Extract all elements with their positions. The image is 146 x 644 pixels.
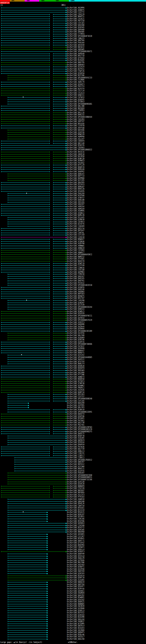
hit-bar[interactable]	[8, 303, 49, 303]
hit-bar[interactable]	[53, 416, 66, 416]
hit-bar[interactable]	[53, 106, 66, 106]
hit-label[interactable]: UniRef100_Q6FT14	[67, 175, 84, 177]
hit-label[interactable]: UniRef100_B7FLZ9	[67, 164, 84, 166]
hit-bar[interactable]	[1, 206, 49, 207]
hit-bar[interactable]	[53, 244, 66, 244]
hit-label[interactable]: UniRef100_Q3T0V6	[67, 560, 84, 562]
hit-label[interactable]: UniRef100_Q91363	[67, 394, 84, 396]
hit-bar[interactable]	[1, 342, 49, 342]
hit-label[interactable]: UniRef100_P79183	[67, 496, 84, 498]
hit-label[interactable]: UniRef100_B8NQP9	[67, 485, 84, 487]
hit-bar[interactable]	[1, 370, 49, 370]
hit-label[interactable]: UniRef100_A48DY5	[67, 9, 84, 11]
hit-label[interactable]: UniRef100_A9BLC3	[67, 450, 84, 452]
hit-bar[interactable]	[8, 357, 49, 358]
hit-bar[interactable]	[53, 220, 66, 220]
hit-label[interactable]: UniRef100_B5DF70	[67, 435, 84, 437]
hit-bar[interactable]	[53, 202, 66, 202]
hit-label[interactable]: UniRef100_B0JYN6	[67, 562, 84, 564]
hit-bar[interactable]	[53, 86, 66, 86]
hit-bar[interactable]	[1, 368, 49, 368]
hit-label[interactable]: UniRef100_C3V3U0	[67, 524, 84, 526]
hit-bar[interactable]	[53, 198, 66, 198]
hit-label[interactable]: UniRef100_P771M6	[67, 374, 84, 376]
hit-bar[interactable]	[53, 294, 66, 294]
hit-bar[interactable]	[53, 16, 66, 17]
hit-bar[interactable]	[53, 182, 66, 183]
hit-label[interactable]: UniRef100_A9JSM4	[67, 372, 84, 374]
hit-bar[interactable]	[53, 136, 66, 137]
hit-bar[interactable]	[8, 136, 49, 137]
hit-bar[interactable]	[53, 355, 66, 355]
hit-bar[interactable]	[53, 451, 66, 452]
hit-label[interactable]: UniRef100_Q33FX5	[67, 470, 84, 472]
hit-bar[interactable]	[1, 314, 49, 314]
hit-label[interactable]: UniRef100_B9W6V7	[67, 238, 84, 240]
hit-label[interactable]: UniRef100_UPI00005EC9A8	[67, 474, 92, 476]
hit-bar[interactable]	[53, 418, 66, 418]
hit-bar[interactable]	[8, 482, 66, 482]
hit-label[interactable]: UniRef100_Q99PS9	[67, 444, 84, 446]
hit-bar[interactable]	[8, 613, 47, 613]
hit-bar[interactable]	[53, 316, 66, 316]
hit-label[interactable]: UniRef100_Q56DV5	[67, 99, 84, 101]
hit-bar[interactable]	[8, 523, 66, 524]
hit-label[interactable]: UniRef100_B3DLH6	[67, 634, 84, 636]
hit-label[interactable]: UniRef100_Q6CWJ2	[67, 46, 84, 48]
hit-bar[interactable]	[53, 268, 66, 268]
hit-bar[interactable]	[53, 165, 66, 165]
hit-bar[interactable]	[1, 272, 49, 272]
hit-label[interactable]: UniRef100_Q9XEJ6	[67, 502, 84, 505]
hit-label[interactable]: UniRef100_P49397	[67, 472, 84, 474]
hit-bar[interactable]	[53, 178, 66, 178]
hit-bar[interactable]	[53, 100, 66, 100]
hit-bar[interactable]	[8, 604, 47, 604]
hit-bar[interactable]	[53, 377, 66, 377]
hit-label[interactable]: UniRef100_Q6UIM3	[67, 182, 84, 184]
hit-label[interactable]: UniRef100_B4E0F8	[67, 367, 84, 369]
hit-label[interactable]: UniRef100_B98PJ9	[67, 166, 84, 168]
hit-label[interactable]: UniRef100_UPI0000D9E6B1	[67, 103, 92, 105]
hit-bar[interactable]	[1, 386, 49, 386]
hit-label[interactable]: UniRef100_Q4V8E1	[67, 590, 84, 592]
hit-bar[interactable]	[53, 420, 66, 421]
hit-label[interactable]: UniRef100_C1C2K7	[67, 536, 84, 538]
hit-bar[interactable]	[1, 65, 49, 65]
hit-bar[interactable]	[53, 329, 66, 329]
hit-bar[interactable]	[53, 296, 66, 296]
hit-label[interactable]: UniRef100_O22453	[67, 184, 84, 186]
hit-label[interactable]: UniRef100_B5R197	[67, 514, 84, 516]
hit-label[interactable]: UniRef100_P49204	[67, 42, 84, 44]
hit-bar[interactable]	[1, 292, 49, 292]
hit-label[interactable]: UniRef100_B1XYY4	[67, 88, 84, 90]
hit-label[interactable]: UniRef100_Q2USS9	[67, 312, 84, 314]
hit-label[interactable]: UniRef100_B5FX52	[67, 612, 84, 614]
hit-bar[interactable]	[1, 91, 49, 91]
hit-bar[interactable]	[53, 130, 66, 130]
hit-label[interactable]: UniRef100_A9TFQ8	[67, 127, 84, 129]
hit-bar[interactable]	[8, 569, 47, 569]
hit-bar[interactable]	[1, 110, 49, 110]
hit-label[interactable]: UniRef100_UPI0000ECD2A4	[67, 306, 92, 308]
hit-bar[interactable]	[1, 264, 49, 264]
hit-bar[interactable]	[53, 270, 66, 270]
hit-bar[interactable]	[53, 490, 66, 491]
hit-label[interactable]: UniRef100_Q4QJU5	[67, 278, 84, 280]
hit-bar[interactable]	[53, 390, 66, 390]
hit-label[interactable]: UniRef100_P47961	[67, 420, 84, 422]
hit-bar[interactable]	[8, 285, 49, 285]
hit-bar[interactable]	[53, 187, 66, 187]
hit-bar[interactable]	[1, 191, 49, 192]
hit-bar[interactable]	[8, 394, 49, 394]
hit-bar[interactable]	[53, 222, 66, 222]
hit-label[interactable]: UniRef100_Q6A2H9	[67, 402, 84, 404]
hit-bar[interactable]	[1, 209, 49, 209]
hit-bar[interactable]	[8, 567, 47, 567]
hit-label[interactable]: UniRef100_A4IGL7	[67, 636, 84, 638]
hit-bar[interactable]	[8, 574, 47, 574]
hit-bar[interactable]	[53, 174, 66, 174]
hit-bar[interactable]	[1, 36, 49, 36]
hit-label[interactable]: UniRef100_B7ZQM5	[67, 623, 84, 625]
hit-bar[interactable]	[53, 320, 66, 320]
hit-bar[interactable]	[53, 97, 66, 98]
